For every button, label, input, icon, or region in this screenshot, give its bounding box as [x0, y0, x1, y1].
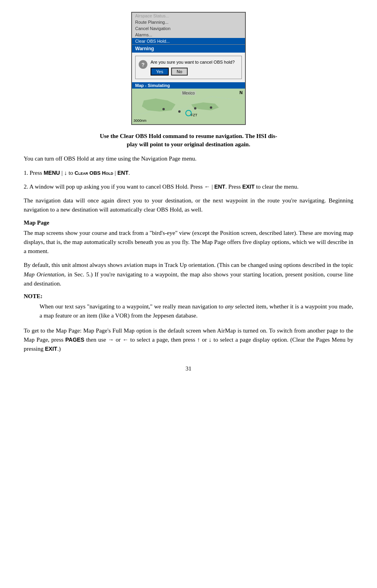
warning-dialog-area: ? Are you sure you want to cancel OBS ho…: [132, 53, 245, 82]
caption: Use the Clear OBS Hold command to resume…: [24, 132, 353, 149]
ent-key-2: ENT: [214, 183, 225, 190]
paragraph-1: You can turn off OBS Hold at any time us…: [24, 154, 353, 163]
exit-key-1: EXIT: [242, 183, 254, 190]
step2-c: to clear the menu.: [254, 183, 298, 190]
map-scale: 3000nm: [134, 119, 147, 123]
warning-text: Are you sure you want to cancel OBS hold…: [151, 59, 235, 65]
step-2: 2. A window will pop up asking you if yo…: [24, 182, 353, 191]
caption-line2: play will point to your original destina…: [127, 141, 250, 147]
menu-item-cancel-nav: Cancel Navigation: [132, 25, 245, 32]
map-bar: Map - Simulating: [132, 82, 245, 89]
warning-content: Are you sure you want to cancel OBS hold…: [151, 59, 235, 76]
svg-point-8: [210, 106, 212, 109]
menu-item-route: Route Planning...: [132, 19, 245, 25]
menu-item-alarms: Alarms...: [132, 32, 245, 38]
step1-prefix: 1. Press: [24, 170, 43, 176]
note-heading: NOTE:: [24, 293, 353, 300]
map-mexico-label: Mexico: [181, 91, 196, 95]
step1-arrow: | ↓ to: [60, 170, 75, 176]
svg-point-7: [194, 107, 196, 110]
paragraph-3: The navigation data will once again dire…: [24, 196, 353, 215]
page-number: 31: [24, 365, 353, 372]
map-fzt-label: FZT: [191, 113, 198, 117]
note-text: When our text says "navigating to a wayp…: [40, 302, 353, 321]
map-italic: Map Orientation: [24, 271, 64, 278]
map-page-heading: Map Page: [24, 219, 353, 226]
menu-key: MENU: [43, 170, 60, 176]
any-italic: any: [225, 303, 234, 310]
menu-item-clear-obs: Clear OBS Hold...: [132, 38, 245, 44]
no-button[interactable]: No: [171, 68, 188, 76]
note-block: When our text says "navigating to a wayp…: [40, 302, 353, 321]
menu-area: Airspace Status... Route Planning... Can…: [132, 13, 245, 45]
dialog-buttons: Yes No: [151, 68, 235, 76]
yes-button[interactable]: Yes: [151, 68, 169, 76]
step2-b: . Press: [225, 183, 242, 190]
paragraph-5: By default, this unit almost always show…: [24, 261, 353, 288]
warning-bar: Warning: [132, 45, 245, 53]
exit-key-2: EXIT: [45, 346, 57, 352]
step1-ent: | ENT.: [113, 170, 130, 176]
clear-obs-cmd: Clear OBS Hold: [75, 170, 113, 176]
map-north-indicator: N: [239, 90, 243, 95]
step2-a: 2. A window will pop up asking you if yo…: [24, 183, 214, 190]
paragraph-4: The map screens show your course and tra…: [24, 229, 353, 256]
paragraph-6: To get to the Map Page: Map Page's Full …: [24, 326, 353, 354]
map-area: Mexico N 3000nm FZT: [132, 89, 245, 124]
ent-key-1: ENT: [117, 170, 128, 176]
pages-key: PAGES: [65, 337, 84, 343]
warning-dialog: ? Are you sure you want to cancel OBS ho…: [135, 56, 242, 79]
menu-item-airspace: Airspace Status...: [132, 13, 245, 19]
svg-point-6: [178, 110, 181, 113]
screenshot-area: Airspace Status... Route Planning... Can…: [24, 12, 353, 125]
device-screen: Airspace Status... Route Planning... Can…: [131, 12, 246, 125]
svg-point-5: [162, 108, 165, 110]
caption-line1: Use the Clear OBS Hold command to resume…: [100, 133, 277, 139]
warning-icon: ?: [139, 60, 147, 69]
step-1: 1. Press MENU | ↓ to Clear OBS Hold | EN…: [24, 168, 353, 178]
